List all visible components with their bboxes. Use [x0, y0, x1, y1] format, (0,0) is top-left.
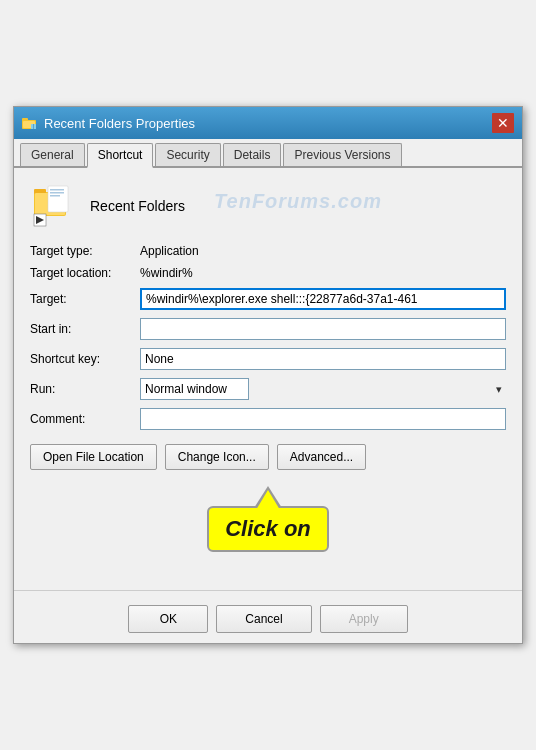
bottom-divider [14, 590, 522, 591]
shortcut-key-input[interactable] [140, 348, 506, 370]
target-type-label: Target type: [30, 244, 140, 258]
change-icon-button[interactable]: Change Icon... [165, 444, 269, 470]
start-in-input[interactable] [140, 318, 506, 340]
tab-details[interactable]: Details [223, 143, 282, 166]
open-file-location-button[interactable]: Open File Location [30, 444, 157, 470]
callout-bubble: Click on [207, 506, 329, 552]
ok-button[interactable]: OK [128, 605, 208, 633]
target-label: Target: [30, 292, 140, 306]
comment-row: Comment: [30, 408, 506, 430]
shortcut-key-row: Shortcut key: [30, 348, 506, 370]
svg-rect-10 [50, 192, 64, 194]
window-title: Recent Folders Properties [44, 116, 195, 131]
header-title: Recent Folders [90, 198, 506, 214]
bottom-buttons: OK Cancel Apply [14, 599, 522, 643]
target-location-row: Target location: %windir% [30, 266, 506, 280]
target-location-label: Target location: [30, 266, 140, 280]
tab-general[interactable]: General [20, 143, 85, 166]
svg-rect-1 [22, 118, 28, 121]
svg-rect-11 [50, 195, 60, 197]
dialog-window: Recent Folders Properties ✕ General Shor… [13, 106, 523, 644]
run-select-wrapper: Normal window Minimized Maximized [140, 378, 506, 400]
target-input-wrapper [140, 288, 506, 310]
tab-security[interactable]: Security [155, 143, 220, 166]
tab-shortcut[interactable]: Shortcut [87, 143, 154, 168]
target-type-value: Application [140, 244, 199, 258]
watermark-container: TenForums.com Recent Folders [90, 198, 506, 214]
close-button[interactable]: ✕ [492, 113, 514, 133]
cancel-button[interactable]: Cancel [216, 605, 311, 633]
tab-previous-versions[interactable]: Previous Versions [283, 143, 401, 166]
start-in-row: Start in: [30, 318, 506, 340]
target-input[interactable] [140, 288, 506, 310]
advanced-button[interactable]: Advanced... [277, 444, 366, 470]
comment-label: Comment: [30, 412, 140, 426]
comment-input[interactable] [140, 408, 506, 430]
run-select[interactable]: Normal window Minimized Maximized [140, 378, 249, 400]
content-area: TenForums.com Recent Folders Target type… [14, 168, 522, 590]
svg-rect-9 [50, 189, 64, 191]
target-location-value: %windir% [140, 266, 193, 280]
shortcut-key-label: Shortcut key: [30, 352, 140, 366]
window-icon [22, 115, 38, 131]
folder-icon [30, 182, 78, 230]
run-label: Run: [30, 382, 140, 396]
callout-text: Click on [225, 516, 311, 541]
apply-button[interactable]: Apply [320, 605, 408, 633]
header-section: TenForums.com Recent Folders [30, 182, 506, 230]
run-row: Run: Normal window Minimized Maximized [30, 378, 506, 400]
title-bar: Recent Folders Properties ✕ [14, 107, 522, 139]
start-in-label: Start in: [30, 322, 140, 336]
tab-bar: General Shortcut Security Details Previo… [14, 139, 522, 168]
callout-area: Click on [30, 486, 506, 576]
action-buttons-row: Open File Location Change Icon... Advanc… [30, 444, 506, 470]
target-type-row: Target type: Application [30, 244, 506, 258]
target-row: Target: [30, 288, 506, 310]
title-bar-left: Recent Folders Properties [22, 115, 195, 131]
